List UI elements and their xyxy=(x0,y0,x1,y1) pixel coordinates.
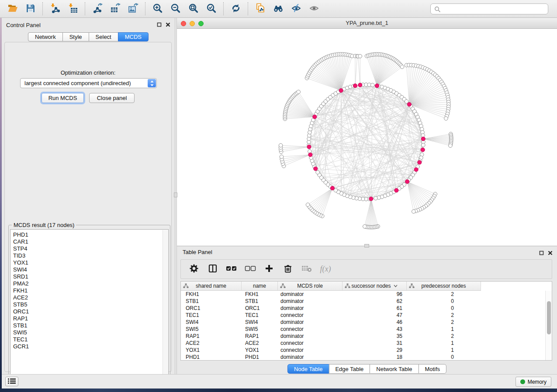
tab-node-table[interactable]: Node Table xyxy=(287,364,329,374)
tab-network[interactable]: Network xyxy=(28,32,63,41)
table-cell: RAP1 xyxy=(242,333,278,340)
import-network-button[interactable] xyxy=(46,1,64,17)
close-panel-icon[interactable] xyxy=(548,251,553,255)
uncheck-all-icon xyxy=(245,265,256,273)
table-row[interactable]: RAP1RAP1dominator352 xyxy=(181,333,545,340)
export-table-button[interactable] xyxy=(106,1,124,17)
table-cell: dominator xyxy=(278,298,343,305)
mcds-result-item[interactable]: PMA2 xyxy=(13,280,168,287)
hide-selection-button[interactable] xyxy=(287,1,305,17)
mcds-result-item[interactable]: PHD1 xyxy=(13,231,168,238)
mcds-list-scrollbar[interactable] xyxy=(163,230,168,385)
toolbar-separator xyxy=(85,2,85,15)
mcds-result-item[interactable]: FKH1 xyxy=(13,287,168,294)
table-cell: YOX1 xyxy=(242,347,278,354)
zoom-selected-button[interactable] xyxy=(202,1,220,17)
import-table-button[interactable] xyxy=(64,1,82,17)
table-row[interactable]: ACE2ACE2connector311 xyxy=(181,340,545,347)
memory-button[interactable]: Memory xyxy=(515,377,551,387)
mcds-result-item[interactable]: SWI5 xyxy=(13,329,168,336)
mcds-result-item[interactable]: STB1 xyxy=(13,322,168,329)
zoom-fit-button[interactable] xyxy=(184,1,202,17)
select-all-rows-button[interactable] xyxy=(226,263,237,276)
table-row[interactable]: SWI4SWI4dominator462 xyxy=(181,319,545,326)
mcds-result-list[interactable]: PHD1CAR1STP4TID3YOX1SWI4SRD1PMA2FKH1ACE2… xyxy=(10,229,169,385)
export-network-button[interactable] xyxy=(88,1,106,17)
table-row[interactable]: FKH1FKH1dominator962 xyxy=(181,291,545,298)
table-cell: ACE2 xyxy=(181,340,242,347)
show-panels-list-button[interactable] xyxy=(5,377,18,386)
table-cell: dominator xyxy=(278,354,343,360)
table-cell: ORC1 xyxy=(242,305,278,312)
column-label: name xyxy=(253,283,266,289)
mcds-result-item[interactable]: GCR1 xyxy=(13,343,168,350)
mcds-result-item[interactable]: TEC1 xyxy=(13,336,168,343)
column-header-MCDS-role[interactable]: MCDS role xyxy=(278,282,343,290)
float-panel-icon[interactable] xyxy=(157,22,162,27)
tab-style[interactable]: Style xyxy=(62,32,89,41)
table-cell: dominator xyxy=(278,291,343,298)
mcds-result-item[interactable]: ORC1 xyxy=(13,308,168,315)
network-canvas[interactable] xyxy=(177,29,557,246)
tab-motifs[interactable]: Motifs xyxy=(418,364,446,374)
mcds-result-item[interactable]: CAR1 xyxy=(13,238,168,245)
table-cell: connector xyxy=(278,340,343,347)
delete-column-button[interactable] xyxy=(282,263,294,276)
mcds-result-item[interactable]: SRD1 xyxy=(13,273,168,280)
column-header-name[interactable]: name xyxy=(242,282,278,290)
float-panel-icon[interactable] xyxy=(539,251,544,255)
show-columns-button[interactable] xyxy=(207,263,218,276)
table-cell: connector xyxy=(278,347,343,354)
search-input[interactable] xyxy=(442,4,545,14)
export-image-icon xyxy=(128,3,138,15)
mcds-result-item[interactable]: RAP1 xyxy=(13,315,168,322)
mcds-result-item[interactable]: ACE2 xyxy=(13,294,168,301)
tab-edge-table[interactable]: Edge Table xyxy=(329,364,370,374)
run-mcds-button[interactable]: Run MCDS xyxy=(42,93,84,103)
mcds-result-item[interactable]: TID3 xyxy=(13,252,168,259)
export-image-button[interactable] xyxy=(124,1,142,17)
table-row[interactable]: SWI5SWI5connector431 xyxy=(181,326,545,333)
column-header-predecessor-nodes[interactable]: predecessor nodes xyxy=(407,282,481,290)
zoom-in-button[interactable] xyxy=(149,1,166,17)
mcds-result-item[interactable]: SWI4 xyxy=(13,266,168,273)
close-panel-icon[interactable] xyxy=(166,22,170,27)
table-cell: 29 xyxy=(343,347,407,354)
save-session-button[interactable] xyxy=(21,1,39,17)
column-header-successor-nodes[interactable]: successor nodes xyxy=(343,282,407,290)
tab-network-table[interactable]: Network Table xyxy=(370,364,419,374)
mcds-result-item[interactable]: STP4 xyxy=(13,245,168,252)
table-scrollbar-thumb[interactable] xyxy=(547,301,551,334)
apply-layout-button[interactable] xyxy=(227,1,245,17)
mcds-result-item[interactable]: STB5 xyxy=(13,301,168,308)
criterion-select[interactable]: largest connected component (undirected) xyxy=(20,78,157,88)
tab-select[interactable]: Select xyxy=(89,32,118,41)
horizontal-splitter-grip[interactable] xyxy=(364,244,369,248)
table-cell: SWI5 xyxy=(242,326,278,333)
deselect-all-rows-button[interactable] xyxy=(245,263,256,276)
mcds-result-item[interactable]: YOX1 xyxy=(13,259,168,266)
column-label: predecessor nodes xyxy=(421,283,466,289)
export-network-icon xyxy=(92,3,103,15)
table-toolbar: f(x) xyxy=(180,259,552,279)
column-header-shared-name[interactable]: shared name xyxy=(181,282,242,290)
find-button[interactable] xyxy=(269,1,287,17)
open-session-button[interactable] xyxy=(3,1,21,17)
table-cell: dominator xyxy=(278,305,343,312)
new-network-from-selection-button[interactable] xyxy=(251,1,269,17)
table-row[interactable]: STB1STB1dominator620 xyxy=(181,298,545,305)
table-row[interactable]: ORC1ORC1dominator610 xyxy=(181,305,545,312)
network-window-title: YPA_prune.txt_1 xyxy=(177,20,557,26)
table-cell: 1 xyxy=(407,340,481,347)
tab-mcds[interactable]: MCDS xyxy=(118,32,149,41)
table-cell: STB1 xyxy=(242,298,278,305)
table-scrollbar[interactable] xyxy=(545,291,552,360)
add-column-button[interactable] xyxy=(263,263,275,276)
close-panel-button[interactable]: Close panel xyxy=(89,93,135,103)
zoom-out-button[interactable] xyxy=(166,1,184,17)
table-settings-button[interactable] xyxy=(188,263,200,276)
table-row[interactable]: YOX1YOX1connector291 xyxy=(181,347,545,354)
vertical-splitter-grip[interactable] xyxy=(174,193,177,197)
table-row[interactable]: TEC1TEC1connector472 xyxy=(181,312,545,319)
table-row[interactable]: PHD1PHD1dominator180 xyxy=(181,354,545,360)
